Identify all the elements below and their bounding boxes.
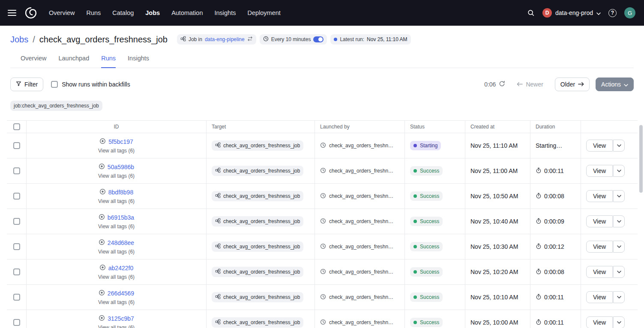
view-dropdown-button[interactable]	[613, 291, 625, 303]
schedule-clock-icon	[320, 268, 326, 276]
tab-overview[interactable]: Overview	[21, 55, 46, 68]
tab-insights[interactable]: Insights	[128, 55, 149, 68]
status-badge[interactable]: Success	[410, 217, 443, 226]
view-button[interactable]: View	[586, 266, 613, 278]
launched-by-cell: check_avg_orders_freshn…	[315, 259, 405, 284]
dagster-logo-icon[interactable]	[24, 6, 38, 20]
view-dropdown-button[interactable]	[613, 215, 625, 227]
view-dropdown-button[interactable]	[613, 241, 625, 253]
search-icon[interactable]	[527, 9, 535, 17]
row-checkbox[interactable]	[13, 167, 20, 174]
menu-icon[interactable]	[8, 10, 16, 16]
nav-item-jobs[interactable]: Jobs	[145, 9, 160, 16]
row-checkbox[interactable]	[13, 319, 20, 326]
older-button[interactable]: Older	[555, 78, 590, 91]
view-all-tags-link[interactable]: View all tags (6)	[98, 224, 135, 230]
launched-by-label[interactable]: check_avg_orders_freshn…	[329, 269, 393, 275]
deployment-switcher[interactable]: D data-eng-prod	[542, 8, 601, 18]
row-checkbox[interactable]	[13, 142, 20, 149]
row-checkbox[interactable]	[13, 294, 20, 301]
schedule-toggle[interactable]	[313, 36, 323, 42]
launched-by-label[interactable]: check_avg_orders_freshn…	[329, 168, 393, 174]
view-button[interactable]: View	[586, 140, 613, 152]
help-icon[interactable]: ?	[608, 9, 617, 17]
launched-by-label[interactable]: check_avg_orders_freshn…	[329, 193, 393, 199]
launched-by-label[interactable]: check_avg_orders_freshn…	[329, 319, 393, 325]
nav-item-catalog[interactable]: Catalog	[112, 9, 134, 16]
row-checkbox[interactable]	[13, 193, 20, 200]
launched-by-label[interactable]: check_avg_orders_freshn…	[329, 143, 393, 149]
target-tag[interactable]: check_avg_orders_freshness_job	[212, 317, 303, 328]
latest-run-time[interactable]: Nov 25, 11:10 AM	[367, 36, 407, 42]
run-id-link[interactable]: 266d4569	[108, 290, 134, 297]
view-all-tags-link[interactable]: View all tags (6)	[98, 173, 135, 179]
view-button[interactable]: View	[586, 291, 613, 303]
view-dropdown-button[interactable]	[613, 190, 625, 202]
status-badge[interactable]: Success	[410, 242, 443, 251]
view-button[interactable]: View	[586, 165, 613, 177]
nav-item-overview[interactable]: Overview	[49, 9, 75, 16]
actions-button[interactable]: Actions	[596, 78, 634, 91]
launched-by-label[interactable]: check_avg_orders_freshn…	[329, 218, 393, 224]
view-dropdown-button[interactable]	[613, 266, 625, 278]
run-id-link[interactable]: 3125c9b7	[108, 315, 134, 322]
runs-table-body: 5f5bc197 View all tags (6) check_avg_ord…	[7, 133, 638, 328]
status-badge[interactable]: Success	[410, 292, 443, 302]
view-dropdown-button[interactable]	[613, 165, 625, 177]
launched-by-label[interactable]: check_avg_orders_freshn…	[329, 294, 393, 300]
launched-by-label[interactable]: check_avg_orders_freshn…	[329, 244, 393, 250]
status-badge[interactable]: Success	[410, 166, 443, 176]
target-tag[interactable]: check_avg_orders_freshness_job	[212, 267, 303, 277]
run-id-link[interactable]: 8bdf8b98	[108, 189, 133, 196]
run-id-link[interactable]: 50a5986b	[108, 164, 134, 170]
vertical-scrollbar[interactable]	[639, 125, 643, 193]
target-tag[interactable]: check_avg_orders_freshness_job	[212, 216, 303, 227]
run-id-link[interactable]: ab2422f0	[108, 265, 133, 271]
refresh-icon[interactable]	[499, 81, 505, 89]
status-badge[interactable]: Success	[410, 267, 443, 277]
tab-launchpad[interactable]: Launchpad	[58, 55, 89, 68]
status-badge[interactable]: Success	[410, 191, 443, 201]
nav-item-automation[interactable]: Automation	[171, 9, 203, 16]
tab-runs[interactable]: Runs	[101, 55, 116, 68]
view-all-tags-link[interactable]: View all tags (6)	[98, 325, 135, 328]
target-tag[interactable]: check_avg_orders_freshness_job	[212, 191, 303, 201]
view-button[interactable]: View	[586, 241, 613, 253]
view-button[interactable]: View	[586, 316, 613, 328]
select-all-checkbox[interactable]	[13, 123, 20, 130]
view-all-tags-link[interactable]: View all tags (6)	[98, 299, 135, 305]
view-button[interactable]: View	[586, 190, 613, 202]
status-badge[interactable]: Success	[410, 318, 443, 327]
newer-button[interactable]: Newer	[511, 78, 548, 91]
swap-icon[interactable]	[247, 36, 253, 42]
view-dropdown-button[interactable]	[613, 140, 625, 152]
job-filter-tag[interactable]: job:check_avg_orders_freshness_job	[10, 101, 102, 111]
backfills-checkbox[interactable]	[51, 81, 58, 88]
view-dropdown-button[interactable]	[613, 316, 625, 328]
breadcrumb-jobs-link[interactable]: Jobs	[10, 35, 28, 45]
nav-item-deployment[interactable]: Deployment	[247, 9, 280, 16]
column-header-created-at: Created at	[465, 121, 530, 133]
run-id-link[interactable]: b6915b3a	[108, 214, 134, 221]
view-button[interactable]: View	[586, 215, 613, 227]
row-checkbox[interactable]	[13, 268, 20, 275]
view-all-tags-link[interactable]: View all tags (6)	[98, 249, 135, 255]
target-tag[interactable]: check_avg_orders_freshness_job	[212, 242, 303, 252]
nav-item-runs[interactable]: Runs	[86, 9, 101, 16]
run-id-link[interactable]: 5f5bc197	[108, 138, 133, 145]
run-id-link[interactable]: 248d68ee	[108, 239, 134, 246]
status-badge[interactable]: Starting	[410, 141, 441, 150]
row-checkbox[interactable]	[13, 218, 20, 225]
target-tag[interactable]: check_avg_orders_freshness_job	[212, 140, 303, 151]
target-tag[interactable]: check_avg_orders_freshness_job	[212, 166, 303, 176]
nav-item-insights[interactable]: Insights	[214, 9, 236, 16]
row-checkbox[interactable]	[13, 243, 20, 250]
target-tag[interactable]: check_avg_orders_freshness_job	[212, 292, 303, 302]
status-label: Success	[420, 193, 439, 199]
view-all-tags-link[interactable]: View all tags (6)	[98, 198, 135, 204]
view-all-tags-link[interactable]: View all tags (6)	[98, 148, 135, 154]
filter-button[interactable]: Filter	[10, 78, 43, 91]
view-all-tags-link[interactable]: View all tags (6)	[98, 274, 135, 280]
pipeline-link[interactable]: data-eng-pipeline	[205, 36, 245, 42]
user-avatar[interactable]: G	[624, 7, 635, 18]
